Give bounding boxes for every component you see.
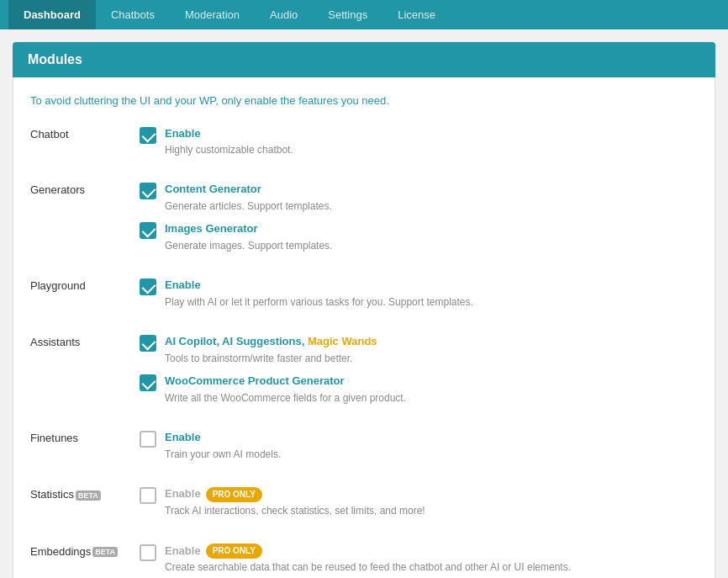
enable-label-1-0: Content Generator	[165, 183, 261, 195]
module-desc-1-1: Generate images. Support templates.	[165, 239, 698, 253]
module-label-6: EmbeddingsBETA	[30, 544, 140, 558]
module-controls-4: EnableTrain your own AI models.	[140, 430, 698, 469]
module-label-0: Chatbot	[30, 126, 140, 141]
enable-label-0-0: Enable	[165, 127, 201, 140]
module-controls-0: EnableHighly customizable chatbot.	[140, 126, 698, 166]
module-text-wrap-1-1: Images GeneratorGenerate images. Support…	[165, 221, 698, 252]
module-desc-3-1: Write all the WooCommerce fields for a g…	[165, 391, 698, 406]
module-row-chatbot: ChatbotEnableHighly customizable chatbot…	[30, 126, 698, 169]
module-item-5-0: EnablePRO ONLYTrack AI interactions, che…	[140, 486, 698, 517]
module-title-4-0: Enable	[165, 430, 698, 445]
module-label-text-4: Finetunes	[30, 432, 78, 444]
module-title-0-0: Enable	[165, 126, 698, 141]
module-item-3-0: AI Copilot, AI Suggestions, Magic WandsT…	[140, 334, 698, 365]
checkbox-1-0[interactable]	[140, 183, 156, 199]
checkbox-3-0[interactable]	[140, 335, 156, 352]
beta-badge-6: BETA	[92, 547, 118, 557]
module-label-1: Generators	[30, 182, 140, 196]
enable-label-1-1: Images Generator	[165, 222, 258, 235]
checkbox-wrap-3-0[interactable]	[140, 335, 156, 354]
module-label-text-5: Statistics	[30, 488, 74, 501]
intro-link[interactable]: To avoid cluttering the UI and your WP, …	[30, 94, 389, 107]
enable-label-6-0: Enable	[165, 544, 201, 557]
checkbox-wrap-6-0[interactable]	[140, 544, 156, 564]
checkbox-4-0[interactable]	[140, 431, 156, 448]
checkbox-wrap-1-1[interactable]	[140, 222, 156, 241]
module-text-wrap-4-0: EnableTrain your own AI models.	[165, 430, 698, 461]
checkbox-wrap-5-0[interactable]	[140, 487, 156, 506]
module-row-statistics: StatisticsBETAEnablePRO ONLYTrack AI int…	[30, 486, 698, 529]
module-row-playground: PlaygroundEnablePlay with AI or let it p…	[30, 278, 698, 321]
intro-text: To avoid cluttering the UI and your WP, …	[30, 93, 698, 109]
module-controls-2: EnablePlay with AI or let it perform var…	[140, 278, 698, 317]
module-row-embeddings: EmbeddingsBETAEnablePRO ONLYCreate searc…	[30, 544, 698, 578]
module-text-wrap-3-1: WooCommerce Product GeneratorWrite all t…	[165, 374, 698, 405]
module-item-0-0: EnableHighly customizable chatbot.	[140, 126, 698, 157]
module-item-6-0: EnablePRO ONLYCreate searchable data tha…	[140, 544, 698, 575]
module-text-wrap-2-0: EnablePlay with AI or let it perform var…	[165, 278, 698, 309]
nav-tab-audio[interactable]: Audio	[255, 0, 313, 29]
module-label-text-6: Embeddings	[30, 545, 91, 558]
checkbox-6-0[interactable]	[140, 544, 156, 561]
pro-only-badge-6-0: PRO ONLY	[206, 544, 262, 559]
checkbox-2-0[interactable]	[140, 278, 156, 295]
pro-only-badge-5-0: PRO ONLY	[206, 487, 262, 502]
section-title: Modules	[28, 52, 82, 66]
module-controls-5: EnablePRO ONLYTrack AI interactions, che…	[140, 486, 698, 526]
nav-tab-settings[interactable]: Settings	[313, 0, 382, 29]
module-item-1-1: Images GeneratorGenerate images. Support…	[140, 221, 698, 252]
module-text-wrap-3-0: AI Copilot, AI Suggestions, Magic WandsT…	[165, 334, 698, 365]
nav-tabs-container: DashboardChatbotsModerationAudioSettings…	[0, 0, 728, 29]
checkbox-1-1[interactable]	[140, 222, 156, 239]
module-text-wrap-5-0: EnablePRO ONLYTrack AI interactions, che…	[165, 486, 698, 517]
module-title-5-0: EnablePRO ONLY	[165, 486, 698, 502]
nav-tab-dashboard[interactable]: Dashboard	[8, 0, 96, 29]
module-title-3-0: AI Copilot, AI Suggestions, Magic Wands	[165, 334, 698, 349]
page-container: Modules To avoid cluttering the UI and y…	[0, 29, 728, 578]
checkbox-0-0[interactable]	[140, 127, 156, 144]
module-desc-5-0: Track AI interactions, check statistics,…	[165, 504, 698, 518]
module-item-3-1: WooCommerce Product GeneratorWrite all t…	[140, 374, 698, 405]
module-label-3: Assistants	[30, 334, 140, 348]
module-desc-3-0: Tools to brainstorm/write faster and bet…	[165, 352, 698, 366]
enable-label-4-0: Enable	[165, 431, 201, 443]
module-item-1-0: Content GeneratorGenerate articles. Supp…	[140, 182, 698, 213]
module-label-text-3: Assistants	[30, 336, 80, 348]
module-label-text-1: Generators	[30, 183, 85, 196]
section-header: Modules	[13, 42, 715, 77]
module-controls-3: AI Copilot, AI Suggestions, Magic WandsT…	[140, 334, 698, 413]
checkbox-wrap-3-1[interactable]	[140, 374, 156, 394]
module-label-2: Playground	[30, 278, 140, 292]
checkbox-wrap-2-0[interactable]	[140, 278, 156, 298]
module-desc-0-0: Highly customizable chatbot.	[165, 143, 698, 157]
module-label-text-0: Chatbot	[30, 128, 69, 141]
module-text-wrap-6-0: EnablePRO ONLYCreate searchable data tha…	[165, 544, 698, 575]
module-title-1-0: Content Generator	[165, 182, 698, 197]
module-label-5: StatisticsBETA	[30, 486, 140, 501]
module-desc-2-0: Play with AI or let it perform various t…	[165, 295, 698, 310]
module-text-wrap-0-0: EnableHighly customizable chatbot.	[165, 126, 698, 157]
checkbox-wrap-0-0[interactable]	[140, 127, 156, 146]
nav-tab-moderation[interactable]: Moderation	[170, 0, 255, 29]
module-label-text-2: Playground	[30, 279, 86, 292]
nav-tab-license[interactable]: License	[382, 0, 451, 29]
enable-label-5-0: Enable	[165, 487, 201, 500]
module-desc-1-0: Generate articles. Support templates.	[165, 199, 698, 214]
checkbox-wrap-1-0[interactable]	[140, 183, 156, 202]
enable-label-3-1: WooCommerce Product Generator	[165, 374, 345, 387]
module-desc-6-0: Create searchable data that can be reuse…	[165, 560, 698, 575]
module-controls-1: Content GeneratorGenerate articles. Supp…	[140, 182, 698, 261]
nav-tab-chatbots[interactable]: Chatbots	[96, 0, 170, 29]
enable-label-2-0: Enable	[165, 278, 201, 291]
module-title-2-0: Enable	[165, 278, 698, 293]
checkbox-3-1[interactable]	[140, 374, 156, 391]
modules-container: ChatbotEnableHighly customizable chatbot…	[30, 126, 698, 579]
checkbox-wrap-4-0[interactable]	[140, 431, 156, 450]
module-title-3-1: WooCommerce Product Generator	[165, 374, 698, 389]
module-row-finetunes: FinetunesEnableTrain your own AI models.	[30, 430, 698, 473]
checkbox-5-0[interactable]	[140, 487, 156, 504]
module-title-1-1: Images Generator	[165, 221, 698, 236]
module-row-assistants: AssistantsAI Copilot, AI Suggestions, Ma…	[30, 334, 698, 416]
module-row-generators: GeneratorsContent GeneratorGenerate arti…	[30, 182, 698, 264]
module-desc-4-0: Train your own AI models.	[165, 448, 698, 462]
